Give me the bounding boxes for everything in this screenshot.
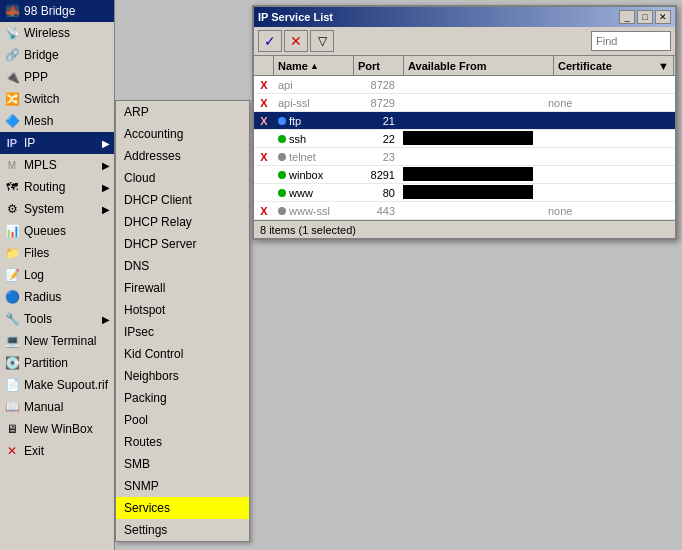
- table-row[interactable]: X www-ssl 443 none: [254, 202, 675, 220]
- log-icon: 📝: [4, 267, 20, 283]
- sidebar-item-mesh[interactable]: 🔷 Mesh: [0, 110, 114, 132]
- table-row[interactable]: X api-ssl 8729 none: [254, 94, 675, 112]
- sidebar-item-radius[interactable]: 🔵 Radius: [0, 286, 114, 308]
- submenu-item-packing[interactable]: Packing: [116, 387, 249, 409]
- submenu-item-neighbors[interactable]: Neighbors: [116, 365, 249, 387]
- sidebar-item-files[interactable]: 📁 Files: [0, 242, 114, 264]
- submenu-item-snmp[interactable]: SNMP: [116, 475, 249, 497]
- submenu-item-accounting[interactable]: Accounting: [116, 123, 249, 145]
- sidebar-item-new-winbox[interactable]: 🖥 New WinBox: [0, 418, 114, 440]
- wireless-icon: 📡: [4, 25, 20, 41]
- sidebar-item-tools[interactable]: 🔧 Tools ▶: [0, 308, 114, 330]
- row-status: X: [254, 78, 274, 92]
- submenu-item-firewall[interactable]: Firewall: [116, 277, 249, 299]
- submenu-item-cloud[interactable]: Cloud: [116, 167, 249, 189]
- table-row[interactable]: X api 8728: [254, 76, 675, 94]
- sidebar-label-makesupout: Make Supout.rif: [24, 378, 108, 392]
- th-available: Available From: [404, 56, 554, 75]
- sidebar-item-switch[interactable]: 🔀 Switch: [0, 88, 114, 110]
- row-name: telnet: [274, 150, 349, 164]
- sidebar-label-exit: Exit: [24, 444, 44, 458]
- sidebar-item-manual[interactable]: 📖 Manual: [0, 396, 114, 418]
- toolbar-check-button[interactable]: ✓: [258, 30, 282, 52]
- row-name: api-ssl: [274, 96, 349, 110]
- submenu-item-arp[interactable]: ARP: [116, 101, 249, 123]
- table-row[interactable]: www 80: [254, 184, 675, 202]
- row-name: www: [274, 186, 349, 200]
- submenu-item-hotspot[interactable]: Hotspot: [116, 299, 249, 321]
- available-bar: [403, 185, 533, 199]
- sidebar-item-ip[interactable]: IP IP ▶: [0, 132, 114, 154]
- th-status: [254, 56, 274, 75]
- telnet-status-dot: [278, 153, 286, 161]
- mesh-icon: 🔷: [4, 113, 20, 129]
- row-port: 8729: [349, 96, 399, 110]
- mpls-icon: M: [4, 157, 20, 173]
- toolbar-filter-button[interactable]: ▽: [310, 30, 334, 52]
- table-row[interactable]: winbox 8291: [254, 166, 675, 184]
- sidebar-item-bridge[interactable]: 🔗 Bridge: [0, 44, 114, 66]
- sidebar-item-system[interactable]: ⚙ System ▶: [0, 198, 114, 220]
- table-header: Name ▲ Port Available From Certificate ▼: [254, 56, 675, 76]
- submenu-item-dhcp-client[interactable]: DHCP Client: [116, 189, 249, 211]
- submenu-item-services[interactable]: Services: [116, 497, 249, 519]
- sidebar-label-bridge: Bridge: [24, 48, 59, 62]
- manual-icon: 📖: [4, 399, 20, 415]
- sidebar-label-ip: IP: [24, 136, 35, 150]
- sidebar-item-queues[interactable]: 📊 Queues: [0, 220, 114, 242]
- submenu-item-smb[interactable]: SMB: [116, 453, 249, 475]
- disabled-x-icon: X: [260, 205, 267, 217]
- submenu-item-kid-control[interactable]: Kid Control: [116, 343, 249, 365]
- check-icon: ✓: [264, 33, 276, 49]
- sidebar-label-ppp: PPP: [24, 70, 48, 84]
- submenu-item-pool[interactable]: Pool: [116, 409, 249, 431]
- sidebar-item-ppp[interactable]: 🔌 PPP: [0, 66, 114, 88]
- submenu-item-dhcp-server[interactable]: DHCP Server: [116, 233, 249, 255]
- toolbar-x-button[interactable]: ✕: [284, 30, 308, 52]
- table-row[interactable]: X ftp 21: [254, 112, 675, 130]
- submenu-item-routes[interactable]: Routes: [116, 431, 249, 453]
- maximize-button[interactable]: □: [637, 10, 653, 24]
- sidebar-item-makesupout[interactable]: 📄 Make Supout.rif: [0, 374, 114, 396]
- submenu-label-arp: ARP: [124, 105, 149, 119]
- th-certificate[interactable]: Certificate ▼: [554, 56, 674, 75]
- minimize-button[interactable]: _: [619, 10, 635, 24]
- sidebar-item-wireless[interactable]: 📡 Wireless: [0, 22, 114, 44]
- sidebar-item-new-terminal[interactable]: 💻 New Terminal: [0, 330, 114, 352]
- close-button[interactable]: ✕: [655, 10, 671, 24]
- sidebar-item-log[interactable]: 📝 Log: [0, 264, 114, 286]
- sidebar-item-routing[interactable]: 🗺 Routing ▶: [0, 176, 114, 198]
- row-status: X: [254, 114, 274, 128]
- row-certificate: none: [544, 204, 664, 218]
- submenu-label-firewall: Firewall: [124, 281, 165, 295]
- sidebar-item-mpls[interactable]: M MPLS ▶: [0, 154, 114, 176]
- submenu-item-ipsec[interactable]: IPsec: [116, 321, 249, 343]
- th-name[interactable]: Name ▲: [274, 56, 354, 75]
- submenu-item-dhcp-relay[interactable]: DHCP Relay: [116, 211, 249, 233]
- enabled-dot-icon: [278, 171, 286, 179]
- sidebar-label-files: Files: [24, 246, 49, 260]
- radius-icon: 🔵: [4, 289, 20, 305]
- submenu-item-settings[interactable]: Settings: [116, 519, 249, 541]
- sidebar-item-exit[interactable]: ✕ Exit: [0, 440, 114, 462]
- sidebar-item-partition[interactable]: 💽 Partition: [0, 352, 114, 374]
- submenu-item-addresses[interactable]: Addresses: [116, 145, 249, 167]
- table-row[interactable]: ssh 22: [254, 130, 675, 148]
- row-certificate: [544, 192, 664, 194]
- sidebar-label-new-winbox: New WinBox: [24, 422, 93, 436]
- sidebar-item-98bridge[interactable]: 🌉 98 Bridge: [0, 0, 114, 22]
- submenu-label-pool: Pool: [124, 413, 148, 427]
- table-row[interactable]: X telnet 23: [254, 148, 675, 166]
- row-name: winbox: [274, 168, 349, 182]
- search-input[interactable]: [591, 31, 671, 51]
- exit-icon: ✕: [4, 443, 20, 459]
- submenu-item-dns[interactable]: DNS: [116, 255, 249, 277]
- system-icon: ⚙: [4, 201, 20, 217]
- ip-submenu: ARP Accounting Addresses Cloud DHCP Clie…: [115, 100, 250, 542]
- bridge-icon: 🌉: [4, 3, 20, 19]
- available-bar: [403, 131, 533, 145]
- submenu-label-ipsec: IPsec: [124, 325, 154, 339]
- submenu-label-hotspot: Hotspot: [124, 303, 165, 317]
- row-name: ssh: [274, 132, 349, 146]
- row-available: [399, 130, 544, 148]
